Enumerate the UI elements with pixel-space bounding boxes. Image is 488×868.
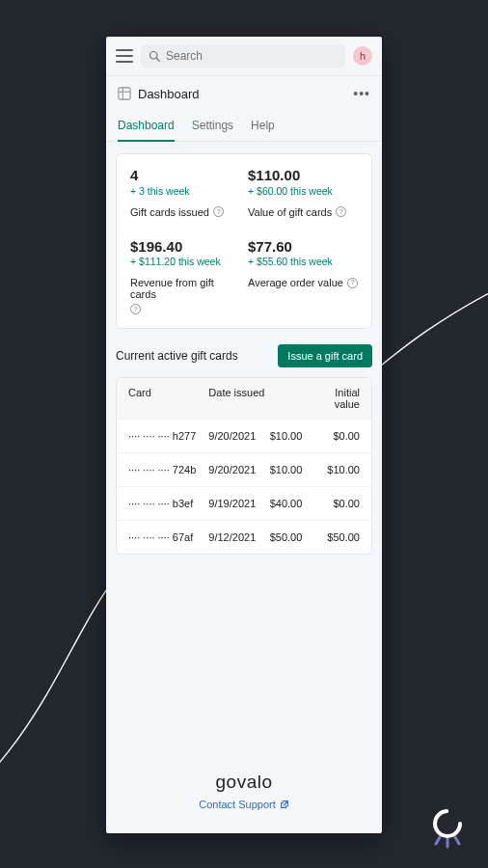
- cell-date: 9/20/2021: [208, 464, 269, 475]
- stat-delta: + 3 this week: [130, 185, 240, 197]
- table-header: Card Date issued Initial value: [117, 378, 371, 420]
- help-icon[interactable]: ?: [213, 206, 224, 217]
- col-initial: Initial value: [314, 387, 360, 410]
- stat-label: Revenue from gift cards: [130, 277, 240, 300]
- svg-line-2: [436, 837, 440, 844]
- app-footer: govalo Contact Support: [106, 756, 382, 833]
- cell-amount: $40.00: [270, 498, 315, 509]
- svg-point-0: [435, 811, 460, 836]
- stat-delta: + $111.20 this week: [130, 256, 240, 267]
- stat-label: Value of gift cards: [248, 206, 332, 218]
- more-actions-button[interactable]: •••: [353, 86, 370, 101]
- svg-line-3: [455, 837, 459, 844]
- support-label: Contact Support: [199, 799, 276, 810]
- help-icon[interactable]: ?: [130, 304, 141, 314]
- tabs: Dashboard Settings Help: [106, 111, 382, 142]
- cell-initial: $50.00: [314, 531, 360, 543]
- search-icon: [149, 50, 160, 62]
- help-icon[interactable]: ?: [347, 278, 358, 288]
- cell-card: ···· ···· ···· b3ef: [128, 498, 208, 509]
- stat-value: $110.00: [248, 168, 358, 184]
- tab-help[interactable]: Help: [251, 111, 275, 141]
- active-cards-header: Current active gift cards Issue a gift c…: [116, 344, 372, 367]
- app-icon: [118, 87, 131, 100]
- avatar[interactable]: h: [353, 46, 372, 66]
- stat-value: $77.60: [248, 239, 358, 256]
- cell-card: ···· ···· ···· 67af: [128, 531, 208, 543]
- svg-rect-6: [119, 88, 130, 99]
- table-row[interactable]: ···· ···· ···· h277 9/20/2021 $10.00 $0.…: [117, 420, 371, 453]
- cell-date: 9/20/2021: [208, 430, 269, 442]
- page-title: Dashboard: [138, 87, 200, 101]
- app-frame: h Dashboard ••• Dashboard Settings Help …: [106, 37, 382, 833]
- stat-avg-order: $77.60 + $55.60 this week Average order …: [248, 239, 358, 315]
- svg-line-5: [156, 58, 159, 61]
- stat-value: 4: [130, 168, 240, 184]
- brand-logo: govalo: [106, 772, 382, 793]
- cell-date: 9/12/2021: [208, 531, 269, 543]
- tab-dashboard[interactable]: Dashboard: [118, 111, 175, 141]
- col-card: Card: [128, 387, 208, 410]
- tab-settings[interactable]: Settings: [192, 111, 233, 141]
- search-input[interactable]: [141, 44, 345, 68]
- issue-gift-card-button[interactable]: Issue a gift card: [278, 344, 372, 367]
- stat-delta: + $60.00 this week: [248, 185, 358, 197]
- page-header: Dashboard •••: [106, 76, 382, 111]
- cell-initial: $0.00: [314, 498, 360, 509]
- stat-delta: + $55.60 this week: [248, 256, 358, 267]
- stat-label: Average order value: [248, 277, 343, 288]
- help-icon[interactable]: ?: [336, 206, 346, 217]
- gift-card-table: Card Date issued Initial value ···· ····…: [116, 377, 372, 555]
- topbar: h: [106, 37, 382, 76]
- table-row[interactable]: ···· ···· ···· 67af 9/12/2021 $50.00 $50…: [117, 521, 371, 554]
- chat-widget-icon[interactable]: [424, 804, 471, 851]
- stat-revenue: $196.40 + $111.20 this week Revenue from…: [130, 239, 240, 315]
- cell-amount: $10.00: [270, 464, 315, 475]
- cell-date: 9/19/2021: [208, 498, 269, 509]
- stat-value-of-cards: $110.00 + $60.00 this week Value of gift…: [248, 168, 358, 218]
- avatar-initial: h: [360, 50, 366, 62]
- cell-initial: $0.00: [314, 430, 360, 442]
- table-row[interactable]: ···· ···· ···· b3ef 9/19/2021 $40.00 $0.…: [117, 487, 371, 521]
- external-link-icon: [280, 800, 289, 809]
- stat-label: Gift cards issued: [130, 206, 209, 218]
- cell-initial: $10.00: [314, 464, 360, 475]
- search-field[interactable]: [166, 49, 338, 63]
- cell-amount: $50.00: [270, 531, 315, 543]
- stat-value: $196.40: [130, 239, 240, 256]
- cell-amount: $10.00: [270, 430, 315, 442]
- table-row[interactable]: ···· ···· ···· 724b 9/20/2021 $10.00 $10…: [117, 453, 371, 487]
- cell-card: ···· ···· ···· h277: [128, 430, 208, 442]
- contact-support-link[interactable]: Contact Support: [199, 799, 289, 810]
- stats-card: 4 + 3 this week Gift cards issued ? $110…: [116, 153, 372, 329]
- menu-button[interactable]: [116, 49, 133, 63]
- section-title: Current active gift cards: [116, 349, 238, 363]
- cell-card: ···· ···· ···· 724b: [128, 464, 208, 475]
- col-date: Date issued: [208, 387, 269, 410]
- stat-issued: 4 + 3 this week Gift cards issued ?: [130, 168, 240, 218]
